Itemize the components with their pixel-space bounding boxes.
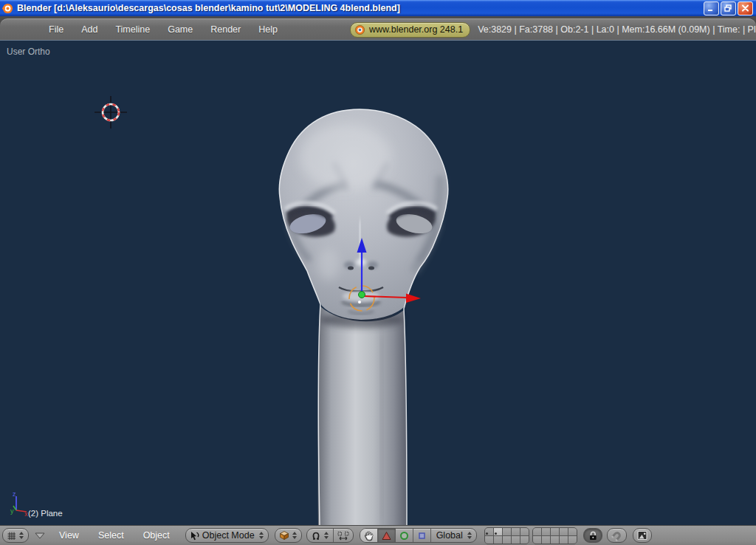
- layer-13[interactable]: [503, 536, 511, 544]
- draw-type-dropdown[interactable]: [275, 528, 302, 543]
- orientation-stepper[interactable]: [467, 532, 472, 539]
- view-mode-label: User Ortho: [7, 47, 50, 57]
- info-header: File Add Timeline Game Render Help www.b…: [0, 16, 756, 41]
- layer-14[interactable]: [512, 536, 520, 544]
- menu-select[interactable]: Select: [89, 530, 134, 541]
- layer-2[interactable]: [494, 528, 502, 535]
- pivot-group: [306, 528, 354, 543]
- layer-1[interactable]: [485, 528, 493, 535]
- rotate-manipulator-button[interactable]: [395, 529, 413, 542]
- layer-3[interactable]: [503, 528, 511, 535]
- menu-timeline[interactable]: Timeline: [106, 24, 159, 35]
- menu-object[interactable]: Object: [134, 530, 179, 541]
- viewport-scene[interactable]: z y x: [0, 41, 756, 525]
- menu-render[interactable]: Render: [202, 24, 250, 35]
- manipulator-group: Global: [360, 528, 477, 543]
- blender-window: Blender [d:\Aleksaurio\descargas\cosas b…: [0, 0, 756, 545]
- svg-text:y: y: [10, 507, 14, 515]
- scale-square-icon: [416, 530, 427, 541]
- object-centers-icon: [337, 529, 350, 541]
- layer-9[interactable]: [560, 528, 568, 535]
- snap-toggle-button[interactable]: [607, 528, 627, 543]
- object-mode-icon: [189, 530, 200, 541]
- editor-type-stepper[interactable]: [19, 532, 24, 539]
- gizmo-x-arrowhead: [406, 294, 421, 304]
- mode-dropdown-label: Object Mode: [200, 530, 257, 541]
- layer-5[interactable]: [520, 528, 529, 535]
- svg-text:z: z: [13, 490, 16, 498]
- magnet-icon: [611, 529, 623, 542]
- layer-18[interactable]: [551, 536, 559, 544]
- mini-axis-gizmo: z y x: [10, 490, 28, 518]
- blender-logo-icon: [354, 24, 365, 35]
- viewport-3d[interactable]: User Ortho (2) Plane: [0, 41, 756, 525]
- layer-10[interactable]: [568, 528, 577, 535]
- mode-dropdown[interactable]: Object Mode: [185, 528, 269, 543]
- rotate-circle-icon: [399, 530, 410, 541]
- scale-manipulator-button[interactable]: [413, 529, 430, 542]
- window-title: Blender [d:\Aleksaurio\descargas\cosas b…: [17, 3, 704, 13]
- pivot-rotation-icon: [310, 529, 322, 541]
- layer-12[interactable]: [494, 536, 502, 544]
- blender-app-icon: [2, 3, 13, 14]
- layer-16[interactable]: [533, 536, 541, 544]
- orientation-dropdown[interactable]: Global: [430, 529, 476, 542]
- blender-org-label: www.blender.org 248.1: [369, 24, 463, 35]
- lock-icon: [587, 529, 599, 541]
- viewport-header: View Select Object Object Mode: [0, 525, 756, 545]
- centers-only-toggle[interactable]: [333, 529, 353, 542]
- layer-4[interactable]: [512, 528, 520, 535]
- layer-17[interactable]: [542, 536, 550, 544]
- restore-icon: [724, 4, 732, 12]
- translate-triangle-icon: [381, 530, 392, 541]
- layer-19[interactable]: [560, 536, 568, 544]
- menu-game[interactable]: Game: [159, 24, 202, 35]
- active-object-label: (2) Plane: [28, 509, 63, 518]
- cursor-3d: [94, 96, 127, 128]
- pivot-stepper[interactable]: [324, 532, 329, 539]
- close-icon: [741, 4, 749, 12]
- editor-type-button[interactable]: [2, 528, 29, 543]
- object-origin-dot: [359, 292, 365, 298]
- render-preview-button[interactable]: [633, 528, 652, 543]
- layer-buttons-group-1: [484, 527, 529, 544]
- scene-stats: Ve:3829 | Fa:3788 | Ob:2-1 | La:0 | Mem:…: [478, 24, 756, 35]
- header-collapse-icon[interactable]: [35, 532, 45, 539]
- layer-8[interactable]: [551, 528, 559, 535]
- layer-6[interactable]: [533, 528, 541, 535]
- render-image-icon: [636, 529, 648, 541]
- menu-file[interactable]: File: [40, 24, 72, 35]
- layer-7[interactable]: [542, 528, 550, 535]
- translate-manipulator-button[interactable]: [377, 529, 395, 542]
- layer-11[interactable]: [485, 536, 493, 544]
- layer-buttons-group-2: [532, 527, 577, 544]
- manipulator-toggle[interactable]: [360, 529, 377, 542]
- menu-add[interactable]: Add: [72, 24, 106, 35]
- orientation-label: Global: [434, 530, 465, 541]
- mode-stepper[interactable]: [259, 532, 264, 539]
- layer-15[interactable]: [520, 536, 529, 544]
- vertex-dot: [358, 301, 361, 304]
- hand-icon: [363, 529, 374, 541]
- menu-view[interactable]: View: [49, 530, 89, 541]
- editor-grid-icon: [6, 530, 17, 541]
- solid-shading-icon: [278, 529, 290, 541]
- draw-type-stepper[interactable]: [292, 532, 297, 539]
- minimize-icon: [707, 4, 715, 12]
- layer-20[interactable]: [568, 536, 577, 544]
- menu-help[interactable]: Help: [250, 24, 286, 35]
- minimize-button[interactable]: [704, 1, 719, 16]
- close-button[interactable]: [738, 1, 753, 16]
- restore-button[interactable]: [721, 1, 736, 16]
- blender-org-badge[interactable]: www.blender.org 248.1: [350, 22, 470, 38]
- lock-layers-button[interactable]: [583, 528, 602, 543]
- alien-head-model: [279, 109, 448, 525]
- pivot-dropdown[interactable]: [307, 529, 333, 542]
- titlebar[interactable]: Blender [d:\Aleksaurio\descargas\cosas b…: [0, 0, 756, 16]
